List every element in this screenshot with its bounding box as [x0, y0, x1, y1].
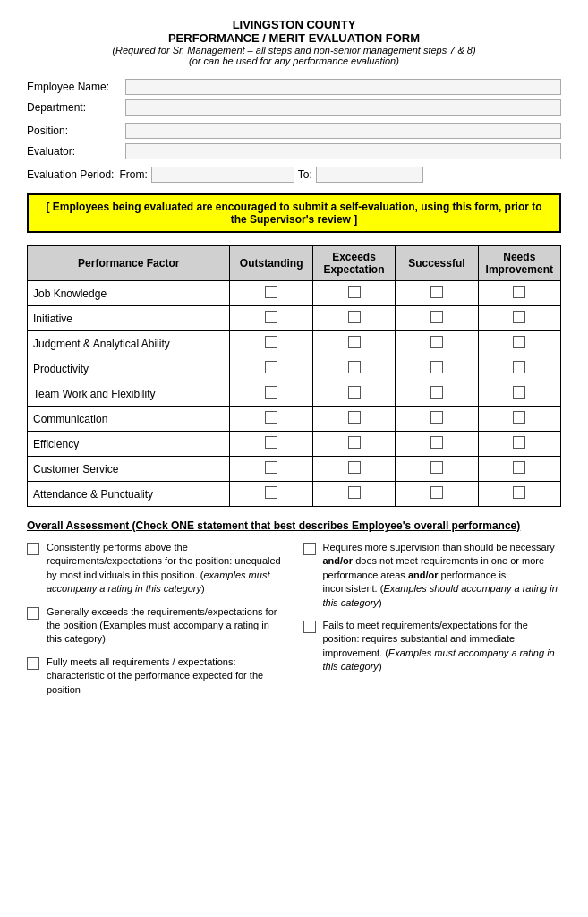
checkbox-outstanding-1[interactable]	[230, 306, 312, 331]
checkbox-box[interactable]	[348, 311, 361, 323]
checkbox-exceeds-1[interactable]	[312, 306, 395, 331]
checkbox-successful-5[interactable]	[396, 407, 478, 432]
evaluator-label: Evaluator:	[27, 145, 125, 158]
checkbox-box[interactable]	[265, 311, 277, 323]
checkbox-exceeds-2[interactable]	[312, 331, 395, 356]
checkbox-box[interactable]	[348, 286, 361, 298]
header-title2: PERFORMANCE / MERIT EVALUATION FORM	[27, 31, 561, 45]
checkbox-box[interactable]	[430, 411, 443, 424]
checkbox-needs-1[interactable]	[478, 306, 560, 331]
checkbox-exceeds-7[interactable]	[312, 457, 395, 482]
checkbox-box[interactable]	[430, 336, 443, 348]
overall-grid: Consistently performs above the requirem…	[27, 541, 561, 697]
checkbox-box[interactable]	[265, 436, 277, 449]
checkbox-box[interactable]	[265, 336, 277, 348]
checkbox-needs-6[interactable]	[478, 432, 560, 457]
checkbox-outstanding-3[interactable]	[230, 356, 312, 381]
checkbox-outstanding-4[interactable]	[230, 381, 312, 407]
checkbox-box[interactable]	[513, 336, 525, 348]
checkbox-exceeds-4[interactable]	[312, 381, 395, 407]
checkbox-outstanding-6[interactable]	[230, 432, 312, 457]
checkbox-successful-3[interactable]	[396, 356, 478, 381]
checkbox-box[interactable]	[348, 386, 361, 399]
header-successful: Successful	[396, 246, 478, 281]
checkbox-successful-7[interactable]	[396, 457, 478, 482]
overall-section: Overall Assessment (Check ONE statement …	[27, 519, 561, 697]
checkbox-needs-8[interactable]	[478, 482, 560, 507]
checkbox-needs-4[interactable]	[478, 381, 560, 407]
header-sub1: (Required for Sr. Management – all steps…	[27, 45, 561, 56]
to-input[interactable]	[316, 167, 423, 183]
department-input[interactable]	[125, 99, 561, 116]
checkbox-needs-0[interactable]	[478, 281, 560, 306]
checkbox-box[interactable]	[430, 436, 443, 449]
checkbox-box[interactable]	[265, 411, 277, 424]
overall-checkbox-2[interactable]	[27, 607, 39, 620]
checkbox-exceeds-6[interactable]	[312, 432, 395, 457]
checkbox-needs-2[interactable]	[478, 331, 560, 356]
checkbox-box[interactable]	[348, 411, 361, 424]
checkbox-exceeds-0[interactable]	[312, 281, 395, 306]
evaluator-input[interactable]	[125, 143, 561, 159]
checkbox-box[interactable]	[265, 461, 277, 474]
checkbox-exceeds-3[interactable]	[312, 356, 395, 381]
overall-item-4: Fully meets all requirements / expectati…	[27, 656, 285, 697]
employee-name-label: Employee Name:	[27, 81, 125, 93]
checkbox-box[interactable]	[348, 361, 361, 373]
checkbox-box[interactable]	[348, 461, 361, 474]
factor-cell-4: Team Work and Flexibility	[28, 381, 230, 407]
overall-checkbox-4[interactable]	[27, 657, 39, 670]
checkbox-successful-1[interactable]	[396, 306, 478, 331]
checkbox-box[interactable]	[265, 386, 277, 399]
checkbox-box[interactable]	[265, 361, 277, 373]
position-input[interactable]	[125, 123, 561, 139]
header-title1: LIVINGSTON COUNTY	[27, 18, 561, 31]
checkbox-exceeds-8[interactable]	[312, 482, 395, 507]
checkbox-outstanding-2[interactable]	[230, 331, 312, 356]
checkbox-box[interactable]	[513, 361, 525, 373]
header-factor: Performance Factor	[28, 246, 230, 281]
eval-period-label: Evaluation Period:	[27, 168, 114, 181]
checkbox-successful-6[interactable]	[396, 432, 478, 457]
checkbox-outstanding-0[interactable]	[230, 281, 312, 306]
checkbox-successful-8[interactable]	[396, 482, 478, 507]
checkbox-box[interactable]	[513, 286, 525, 298]
from-input[interactable]	[151, 167, 294, 183]
checkbox-box[interactable]	[430, 461, 443, 474]
checkbox-box[interactable]	[513, 311, 525, 323]
checkbox-box[interactable]	[430, 286, 443, 298]
checkbox-outstanding-7[interactable]	[230, 457, 312, 482]
overall-checkbox-1[interactable]	[303, 543, 316, 555]
checkbox-successful-0[interactable]	[396, 281, 478, 306]
checkbox-box[interactable]	[265, 286, 277, 298]
checkbox-successful-2[interactable]	[396, 331, 478, 356]
factor-cell-5: Communication	[28, 407, 230, 432]
checkbox-box[interactable]	[513, 436, 525, 449]
checkbox-box[interactable]	[348, 336, 361, 348]
employee-name-input[interactable]	[125, 79, 561, 95]
overall-checkbox-3[interactable]	[303, 621, 316, 633]
checkbox-box[interactable]	[430, 311, 443, 323]
checkbox-box[interactable]	[265, 486, 277, 499]
checkbox-box[interactable]	[513, 486, 525, 499]
checkbox-box[interactable]	[513, 411, 525, 424]
checkbox-box[interactable]	[513, 386, 525, 399]
checkbox-box[interactable]	[348, 436, 361, 449]
checkbox-box[interactable]	[430, 486, 443, 499]
checkbox-box[interactable]	[430, 386, 443, 399]
checkbox-successful-4[interactable]	[396, 381, 478, 407]
checkbox-needs-3[interactable]	[478, 356, 560, 381]
overall-item-text-3: Fails to meet requirements/expectations …	[323, 619, 562, 674]
checkbox-needs-5[interactable]	[478, 407, 560, 432]
position-label: Position:	[27, 124, 125, 137]
overall-checkbox-0[interactable]	[27, 543, 39, 555]
checkbox-needs-7[interactable]	[478, 457, 560, 482]
checkbox-exceeds-5[interactable]	[312, 407, 395, 432]
overall-item-1: Requires more supervision than should be…	[303, 541, 562, 610]
checkbox-box[interactable]	[430, 361, 443, 373]
checkbox-box[interactable]	[513, 461, 525, 474]
checkbox-outstanding-5[interactable]	[230, 407, 312, 432]
checkbox-box[interactable]	[348, 486, 361, 499]
employee-fields: Employee Name: Department: Position: Eva…	[27, 79, 561, 183]
checkbox-outstanding-8[interactable]	[230, 482, 312, 507]
